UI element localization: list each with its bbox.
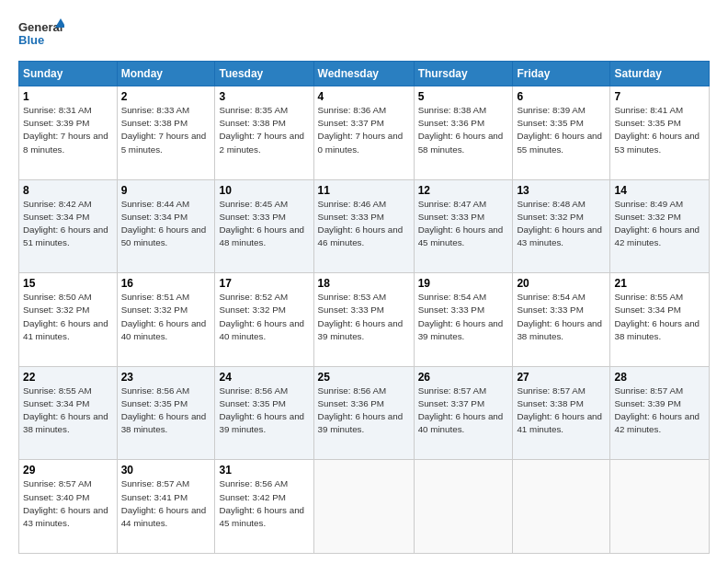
calendar-cell: 1 Sunrise: 8:31 AMSunset: 3:39 PMDayligh… <box>19 86 118 180</box>
calendar-cell: 12 Sunrise: 8:47 AMSunset: 3:33 PMDaylig… <box>414 179 513 273</box>
day-info: Sunrise: 8:48 AMSunset: 3:32 PMDaylight:… <box>517 199 602 248</box>
calendar-cell: 17 Sunrise: 8:52 AMSunset: 3:32 PMDaylig… <box>215 273 313 367</box>
day-number: 25 <box>318 371 410 384</box>
day-number: 20 <box>517 277 606 290</box>
day-of-week-header: Wednesday <box>313 62 414 86</box>
calendar-cell: 18 Sunrise: 8:53 AMSunset: 3:33 PMDaylig… <box>313 273 414 367</box>
day-info: Sunrise: 8:46 AMSunset: 3:33 PMDaylight:… <box>318 199 404 248</box>
calendar-cell: 21 Sunrise: 8:55 AMSunset: 3:34 PMDaylig… <box>610 273 710 367</box>
logo: General Blue <box>18 15 64 52</box>
day-info: Sunrise: 8:45 AMSunset: 3:33 PMDaylight:… <box>219 199 304 248</box>
calendar-cell <box>513 460 610 554</box>
calendar-cell <box>313 460 414 554</box>
day-info: Sunrise: 8:52 AMSunset: 3:32 PMDaylight:… <box>219 292 304 341</box>
calendar-cell: 2 Sunrise: 8:33 AMSunset: 3:38 PMDayligh… <box>117 86 215 180</box>
calendar-cell: 4 Sunrise: 8:36 AMSunset: 3:37 PMDayligh… <box>313 86 414 180</box>
calendar-cell: 10 Sunrise: 8:45 AMSunset: 3:33 PMDaylig… <box>215 179 313 273</box>
day-number: 17 <box>219 277 309 290</box>
day-number: 24 <box>219 371 309 384</box>
page: General Blue SundayMondayTuesdayWednesda… <box>0 0 728 563</box>
day-info: Sunrise: 8:57 AMSunset: 3:40 PMDaylight:… <box>23 478 108 528</box>
day-number: 29 <box>23 464 113 477</box>
day-number: 9 <box>121 184 211 197</box>
day-info: Sunrise: 8:55 AMSunset: 3:34 PMDaylight:… <box>614 292 700 341</box>
day-info: Sunrise: 8:53 AMSunset: 3:33 PMDaylight:… <box>318 292 404 341</box>
day-number: 4 <box>318 90 410 103</box>
day-number: 16 <box>121 277 211 290</box>
calendar-cell: 16 Sunrise: 8:51 AMSunset: 3:32 PMDaylig… <box>117 273 215 367</box>
day-info: Sunrise: 8:31 AMSunset: 3:39 PMDaylight:… <box>23 105 108 155</box>
calendar-cell: 15 Sunrise: 8:50 AMSunset: 3:32 PMDaylig… <box>19 273 118 367</box>
day-of-week-header: Monday <box>117 62 215 86</box>
day-info: Sunrise: 8:42 AMSunset: 3:34 PMDaylight:… <box>23 199 108 248</box>
calendar-cell: 24 Sunrise: 8:56 AMSunset: 3:35 PMDaylig… <box>215 366 313 460</box>
day-number: 23 <box>121 371 211 384</box>
calendar-cell: 25 Sunrise: 8:56 AMSunset: 3:36 PMDaylig… <box>313 366 414 460</box>
calendar-cell <box>610 460 710 554</box>
day-number: 6 <box>517 90 606 103</box>
day-info: Sunrise: 8:57 AMSunset: 3:41 PMDaylight:… <box>121 478 207 528</box>
day-number: 1 <box>23 90 113 103</box>
calendar-cell: 6 Sunrise: 8:39 AMSunset: 3:35 PMDayligh… <box>513 86 610 180</box>
day-number: 22 <box>23 371 113 384</box>
calendar-cell <box>414 460 513 554</box>
day-number: 31 <box>219 464 309 477</box>
day-of-week-header: Friday <box>513 62 610 86</box>
calendar-cell: 31 Sunrise: 8:56 AMSunset: 3:42 PMDaylig… <box>215 460 313 554</box>
day-number: 14 <box>614 184 705 197</box>
day-number: 19 <box>418 277 509 290</box>
day-info: Sunrise: 8:56 AMSunset: 3:42 PMDaylight:… <box>219 478 304 528</box>
calendar-cell: 11 Sunrise: 8:46 AMSunset: 3:33 PMDaylig… <box>313 179 414 273</box>
calendar-cell: 14 Sunrise: 8:49 AMSunset: 3:32 PMDaylig… <box>610 179 710 273</box>
day-number: 21 <box>614 277 705 290</box>
day-number: 18 <box>318 277 410 290</box>
day-info: Sunrise: 8:39 AMSunset: 3:35 PMDaylight:… <box>517 105 602 155</box>
day-info: Sunrise: 8:57 AMSunset: 3:38 PMDaylight:… <box>517 385 602 435</box>
calendar-cell: 5 Sunrise: 8:38 AMSunset: 3:36 PMDayligh… <box>414 86 513 180</box>
day-number: 7 <box>614 90 705 103</box>
day-number: 15 <box>23 277 113 290</box>
day-info: Sunrise: 8:41 AMSunset: 3:35 PMDaylight:… <box>614 105 700 155</box>
day-number: 27 <box>517 371 606 384</box>
day-info: Sunrise: 8:47 AMSunset: 3:33 PMDaylight:… <box>418 199 504 248</box>
header: General Blue <box>18 15 710 52</box>
calendar-table: SundayMondayTuesdayWednesdayThursdayFrid… <box>18 61 710 554</box>
svg-text:Blue: Blue <box>18 33 44 47</box>
calendar-cell: 8 Sunrise: 8:42 AMSunset: 3:34 PMDayligh… <box>19 179 118 273</box>
calendar-cell: 29 Sunrise: 8:57 AMSunset: 3:40 PMDaylig… <box>19 460 118 554</box>
day-of-week-header: Saturday <box>610 62 710 86</box>
day-info: Sunrise: 8:50 AMSunset: 3:32 PMDaylight:… <box>23 292 108 341</box>
day-info: Sunrise: 8:55 AMSunset: 3:34 PMDaylight:… <box>23 385 108 435</box>
calendar-cell: 9 Sunrise: 8:44 AMSunset: 3:34 PMDayligh… <box>117 179 215 273</box>
day-info: Sunrise: 8:35 AMSunset: 3:38 PMDaylight:… <box>219 105 304 155</box>
day-number: 10 <box>219 184 309 197</box>
day-info: Sunrise: 8:44 AMSunset: 3:34 PMDaylight:… <box>121 199 207 248</box>
day-number: 28 <box>614 371 705 384</box>
day-info: Sunrise: 8:57 AMSunset: 3:37 PMDaylight:… <box>418 385 504 435</box>
calendar-cell: 3 Sunrise: 8:35 AMSunset: 3:38 PMDayligh… <box>215 86 313 180</box>
day-of-week-row: SundayMondayTuesdayWednesdayThursdayFrid… <box>19 62 710 86</box>
day-info: Sunrise: 8:38 AMSunset: 3:36 PMDaylight:… <box>418 105 504 155</box>
day-info: Sunrise: 8:51 AMSunset: 3:32 PMDaylight:… <box>121 292 207 341</box>
day-of-week-header: Thursday <box>414 62 513 86</box>
calendar-cell: 27 Sunrise: 8:57 AMSunset: 3:38 PMDaylig… <box>513 366 610 460</box>
day-info: Sunrise: 8:54 AMSunset: 3:33 PMDaylight:… <box>517 292 602 341</box>
calendar-week-row: 15 Sunrise: 8:50 AMSunset: 3:32 PMDaylig… <box>19 273 710 367</box>
day-number: 13 <box>517 184 606 197</box>
day-number: 2 <box>121 90 211 103</box>
calendar-cell: 28 Sunrise: 8:57 AMSunset: 3:39 PMDaylig… <box>610 366 710 460</box>
day-number: 5 <box>418 90 509 103</box>
day-info: Sunrise: 8:56 AMSunset: 3:35 PMDaylight:… <box>121 385 207 435</box>
day-number: 3 <box>219 90 309 103</box>
day-info: Sunrise: 8:56 AMSunset: 3:35 PMDaylight:… <box>219 385 304 435</box>
day-number: 30 <box>121 464 211 477</box>
day-number: 12 <box>418 184 509 197</box>
calendar-cell: 23 Sunrise: 8:56 AMSunset: 3:35 PMDaylig… <box>117 366 215 460</box>
day-of-week-header: Tuesday <box>215 62 313 86</box>
day-number: 8 <box>23 184 113 197</box>
calendar-week-row: 8 Sunrise: 8:42 AMSunset: 3:34 PMDayligh… <box>19 179 710 273</box>
day-number: 11 <box>318 184 410 197</box>
day-info: Sunrise: 8:36 AMSunset: 3:37 PMDaylight:… <box>318 105 404 155</box>
calendar-cell: 20 Sunrise: 8:54 AMSunset: 3:33 PMDaylig… <box>513 273 610 367</box>
calendar-body: 1 Sunrise: 8:31 AMSunset: 3:39 PMDayligh… <box>19 86 710 554</box>
